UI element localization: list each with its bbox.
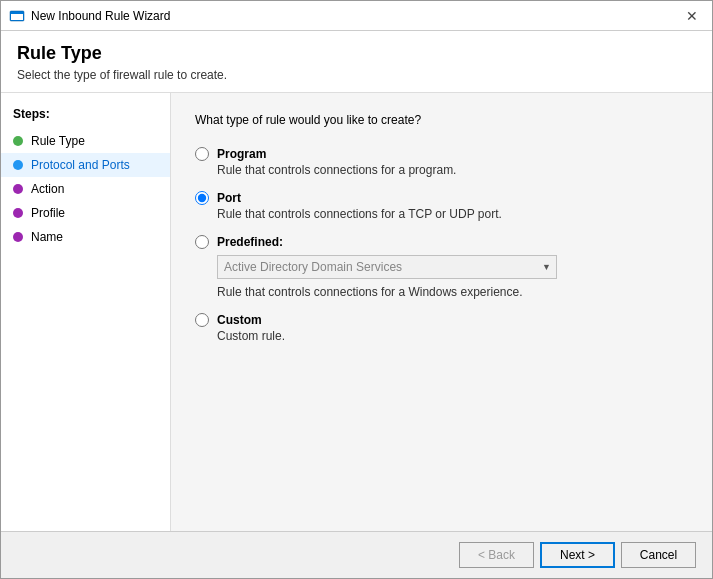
option-port: Port Rule that controls connections for …: [195, 191, 688, 221]
desc-port: Rule that controls connections for a TCP…: [217, 207, 688, 221]
window-icon: [9, 8, 25, 24]
predefined-dropdown-wrapper: Active Directory Domain Services: [217, 255, 688, 279]
main-panel: What type of rule would you like to crea…: [171, 93, 712, 531]
label-program[interactable]: Program: [217, 147, 266, 161]
page-header: Rule Type Select the type of firewall ru…: [1, 31, 712, 93]
page-title: Rule Type: [17, 43, 696, 64]
svg-rect-1: [11, 14, 23, 20]
window-title: New Inbound Rule Wizard: [31, 9, 170, 23]
option-predefined: Predefined: Active Directory Domain Serv…: [195, 235, 688, 299]
sidebar-item-rule-type[interactable]: Rule Type: [1, 129, 170, 153]
content-area: Rule Type Select the type of firewall ru…: [1, 31, 712, 531]
predefined-select[interactable]: Active Directory Domain Services: [217, 255, 557, 279]
title-bar-left: New Inbound Rule Wizard: [9, 8, 170, 24]
radio-custom[interactable]: [195, 313, 209, 327]
sidebar-label-profile: Profile: [31, 206, 65, 220]
next-button[interactable]: Next >: [540, 542, 615, 568]
desc-custom: Custom rule.: [217, 329, 688, 343]
step-dot-profile: [13, 208, 23, 218]
sidebar-item-action[interactable]: Action: [1, 177, 170, 201]
sidebar-item-profile[interactable]: Profile: [1, 201, 170, 225]
footer: < Back Next > Cancel: [1, 531, 712, 578]
label-port[interactable]: Port: [217, 191, 241, 205]
rule-options: Program Rule that controls connections f…: [195, 147, 688, 343]
step-dot-action: [13, 184, 23, 194]
main-body: Steps: Rule Type Protocol and Ports Acti…: [1, 93, 712, 531]
desc-predefined: Rule that controls connections for a Win…: [217, 285, 688, 299]
svg-rect-2: [11, 12, 23, 14]
steps-label: Steps:: [1, 103, 170, 129]
radio-port[interactable]: [195, 191, 209, 205]
question-text: What type of rule would you like to crea…: [195, 113, 688, 127]
option-custom: Custom Custom rule.: [195, 313, 688, 343]
sidebar-item-name[interactable]: Name: [1, 225, 170, 249]
step-dot-protocol: [13, 160, 23, 170]
cancel-button[interactable]: Cancel: [621, 542, 696, 568]
option-predefined-header: Predefined:: [195, 235, 688, 249]
back-button[interactable]: < Back: [459, 542, 534, 568]
title-bar: New Inbound Rule Wizard ✕: [1, 1, 712, 31]
step-dot-rule-type: [13, 136, 23, 146]
step-dot-name: [13, 232, 23, 242]
sidebar-item-protocol-ports[interactable]: Protocol and Ports: [1, 153, 170, 177]
sidebar-label-protocol: Protocol and Ports: [31, 158, 130, 172]
close-button[interactable]: ✕: [680, 4, 704, 28]
option-program-header: Program: [195, 147, 688, 161]
option-port-header: Port: [195, 191, 688, 205]
sidebar-label-rule-type: Rule Type: [31, 134, 85, 148]
desc-program: Rule that controls connections for a pro…: [217, 163, 688, 177]
option-custom-header: Custom: [195, 313, 688, 327]
radio-program[interactable]: [195, 147, 209, 161]
radio-predefined[interactable]: [195, 235, 209, 249]
label-custom[interactable]: Custom: [217, 313, 262, 327]
sidebar-label-action: Action: [31, 182, 64, 196]
predefined-select-container: Active Directory Domain Services: [217, 255, 557, 279]
option-program: Program Rule that controls connections f…: [195, 147, 688, 177]
wizard-window: New Inbound Rule Wizard ✕ Rule Type Sele…: [0, 0, 713, 579]
sidebar: Steps: Rule Type Protocol and Ports Acti…: [1, 93, 171, 531]
page-subtitle: Select the type of firewall rule to crea…: [17, 68, 696, 82]
label-predefined[interactable]: Predefined:: [217, 235, 283, 249]
sidebar-label-name: Name: [31, 230, 63, 244]
